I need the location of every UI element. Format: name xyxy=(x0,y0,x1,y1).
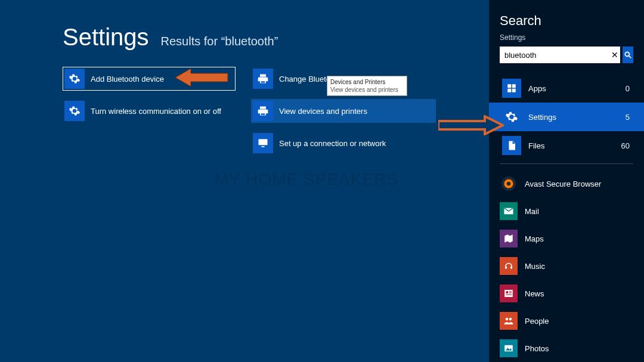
svg-rect-13 xyxy=(509,291,512,292)
maps-icon xyxy=(500,230,518,247)
search-button[interactable] xyxy=(623,47,633,63)
svg-rect-0 xyxy=(259,139,268,145)
svg-rect-11 xyxy=(504,290,513,297)
search-scope-list: Apps 0 Settings 5 Files 60 xyxy=(500,74,633,160)
photos-icon xyxy=(500,339,518,357)
result-label: Turn wireless communication on or off xyxy=(91,107,221,116)
printer-icon xyxy=(253,101,273,121)
app-avast-secure-browser[interactable]: Avast Secure Browser xyxy=(500,170,633,197)
app-label: Maps xyxy=(525,234,544,243)
news-icon xyxy=(500,284,518,302)
search-title: Search xyxy=(500,13,633,29)
printer-icon xyxy=(253,69,273,89)
sidebar-divider xyxy=(500,163,633,164)
svg-rect-1 xyxy=(262,146,265,147)
app-label: Avast Secure Browser xyxy=(525,180,601,188)
file-icon xyxy=(502,136,521,155)
result-turn-wireless[interactable]: Turn wireless communication on or off xyxy=(63,99,236,123)
svg-rect-5 xyxy=(512,84,516,88)
svg-point-10 xyxy=(507,182,511,186)
app-label: Photos xyxy=(525,344,549,353)
app-mail[interactable]: Mail xyxy=(500,197,633,225)
svg-line-3 xyxy=(629,56,631,58)
watermark-text: MY HOME SPEAKERS xyxy=(215,170,398,189)
search-input[interactable] xyxy=(500,47,609,63)
tooltip-body: View devices and printers xyxy=(330,86,404,94)
app-maps[interactable]: Maps xyxy=(500,225,633,252)
gear-icon xyxy=(502,107,521,126)
scope-label: Files xyxy=(528,141,544,150)
scope-label: Apps xyxy=(528,84,546,93)
svg-point-17 xyxy=(509,318,512,321)
svg-point-2 xyxy=(625,52,629,56)
page-title: Settings xyxy=(63,24,149,51)
result-view-devices-printers[interactable]: View devices and printers xyxy=(251,99,436,123)
svg-marker-20 xyxy=(175,69,228,86)
scope-apps[interactable]: Apps 0 xyxy=(500,74,633,103)
annotation-arrow-left xyxy=(175,67,229,88)
svg-marker-21 xyxy=(438,116,503,134)
result-setup-connection[interactable]: Set up a connection or network xyxy=(251,131,436,155)
scope-count: 0 xyxy=(626,84,630,93)
people-icon xyxy=(500,312,518,330)
page-subtitle: Results for “bluetooth” xyxy=(161,35,278,48)
scope-files[interactable]: Files 60 xyxy=(500,131,633,160)
svg-rect-4 xyxy=(507,84,511,88)
headphones-icon xyxy=(500,257,518,275)
search-charm-panel: Search Settings ✕ Apps 0 Settings 5 xyxy=(489,0,644,362)
avast-icon xyxy=(500,175,518,193)
app-photos[interactable]: Photos xyxy=(500,335,633,362)
apps-icon xyxy=(502,79,521,98)
svg-rect-7 xyxy=(512,89,516,92)
tooltip-title: Devices and Printers xyxy=(330,78,404,86)
app-music[interactable]: Music xyxy=(500,252,633,280)
search-row: ✕ xyxy=(500,47,633,63)
scope-count: 5 xyxy=(626,113,630,122)
app-label: News xyxy=(525,289,544,298)
result-label: View devices and printers xyxy=(279,107,367,116)
app-people[interactable]: People xyxy=(500,307,633,335)
search-app-list: Avast Secure Browser Mail Maps Music New… xyxy=(500,170,633,362)
app-label: Music xyxy=(525,262,545,271)
clear-search-button[interactable]: ✕ xyxy=(609,47,620,63)
app-news[interactable]: News xyxy=(500,280,633,307)
svg-rect-15 xyxy=(506,295,512,295)
scope-settings[interactable]: Settings 5 xyxy=(489,103,644,131)
svg-rect-12 xyxy=(506,291,509,293)
svg-rect-6 xyxy=(507,89,511,92)
gear-icon xyxy=(64,69,85,89)
search-category-label: Settings xyxy=(500,33,633,42)
result-label: Add Bluetooth device xyxy=(91,75,164,83)
app-label: People xyxy=(525,317,549,326)
annotation-arrow-right xyxy=(438,115,504,135)
app-label: Mail xyxy=(525,207,539,216)
header: Settings Results for “bluetooth” xyxy=(63,24,278,51)
settings-results-panel: Settings Results for “bluetooth” Add Blu… xyxy=(0,0,489,362)
search-icon xyxy=(624,51,632,59)
scope-count: 60 xyxy=(621,141,630,150)
mail-icon xyxy=(500,202,518,220)
svg-rect-14 xyxy=(509,293,512,293)
close-icon: ✕ xyxy=(611,50,618,60)
scope-label: Settings xyxy=(528,113,556,122)
result-label: Set up a connection or network xyxy=(279,139,386,148)
tooltip-devices-printers: Devices and Printers View devices and pr… xyxy=(327,76,407,96)
gear-icon xyxy=(64,101,85,121)
network-icon xyxy=(253,133,273,153)
results-grid: Add Bluetooth device Turn wireless commu… xyxy=(63,67,480,155)
svg-point-16 xyxy=(506,318,509,321)
